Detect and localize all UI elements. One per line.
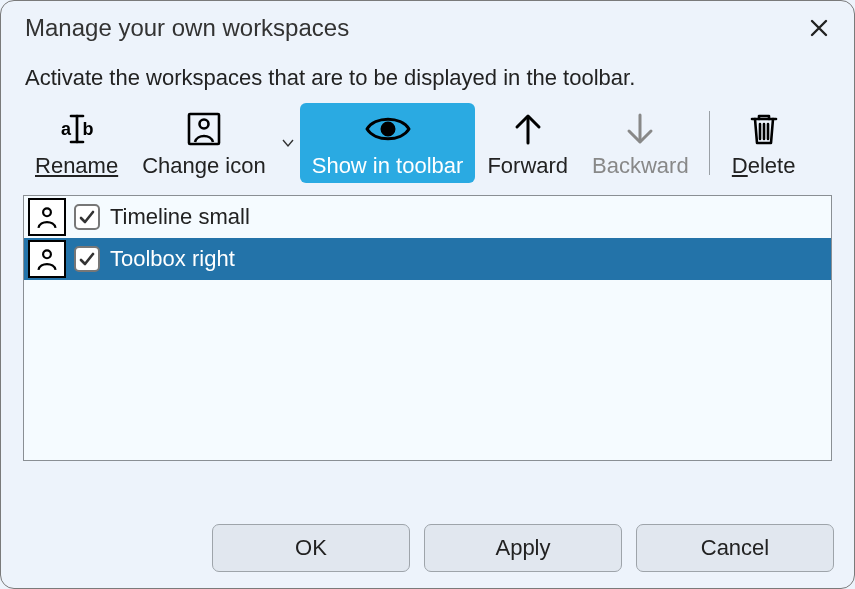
forward-button[interactable]: Forward (475, 103, 580, 183)
arrow-up-icon (511, 109, 545, 149)
svg-point-6 (43, 250, 51, 258)
chevron-down-icon (282, 138, 294, 148)
dialog-title: Manage your own workspaces (25, 14, 349, 42)
workspaces-list[interactable]: Timeline smallToolbox right (23, 195, 832, 461)
change-icon-label: Change icon (142, 153, 266, 179)
workspace-icon (28, 198, 66, 236)
forward-label: Forward (487, 153, 568, 179)
change-icon-dropdown[interactable] (280, 138, 296, 148)
show-in-toolbar-button[interactable]: Show in toolbar (300, 103, 476, 183)
svg-point-5 (43, 208, 51, 216)
workspace-icon (28, 240, 66, 278)
workspace-name: Timeline small (108, 204, 250, 230)
arrow-down-icon (623, 109, 657, 149)
svg-text:a: a (61, 119, 72, 139)
svg-point-4 (382, 123, 394, 135)
svg-text:b: b (82, 119, 93, 139)
rename-button[interactable]: a b Rename (23, 103, 130, 183)
cancel-button[interactable]: Cancel (636, 524, 834, 572)
rename-icon: a b (56, 109, 98, 149)
change-icon-button[interactable]: Change icon (130, 103, 278, 183)
delete-button[interactable]: Delete (718, 103, 810, 183)
dialog-buttons: OK Apply Cancel (212, 524, 834, 572)
workspace-checkbox[interactable] (74, 246, 100, 272)
close-button[interactable] (804, 13, 834, 43)
toolbar-separator (709, 111, 710, 175)
workspace-checkbox[interactable] (74, 204, 100, 230)
eye-icon (363, 109, 413, 149)
person-icon (186, 109, 222, 149)
svg-point-3 (199, 120, 208, 129)
manage-workspaces-dialog: Manage your own workspaces Activate the … (0, 0, 855, 589)
list-item[interactable]: Toolbox right (24, 238, 831, 280)
apply-button[interactable]: Apply (424, 524, 622, 572)
show-in-toolbar-label: Show in toolbar (312, 153, 464, 179)
delete-label: Delete (732, 153, 796, 179)
backward-label: Backward (592, 153, 689, 179)
trash-icon (747, 109, 781, 149)
backward-button[interactable]: Backward (580, 103, 701, 183)
close-icon (809, 18, 829, 38)
workspace-name: Toolbox right (108, 246, 235, 272)
dialog-subtitle: Activate the workspaces that are to be d… (1, 47, 854, 103)
toolbar: a b Rename Change icon (1, 103, 854, 189)
list-item[interactable]: Timeline small (24, 196, 831, 238)
ok-button[interactable]: OK (212, 524, 410, 572)
titlebar: Manage your own workspaces (1, 1, 854, 47)
rename-label: Rename (35, 153, 118, 179)
